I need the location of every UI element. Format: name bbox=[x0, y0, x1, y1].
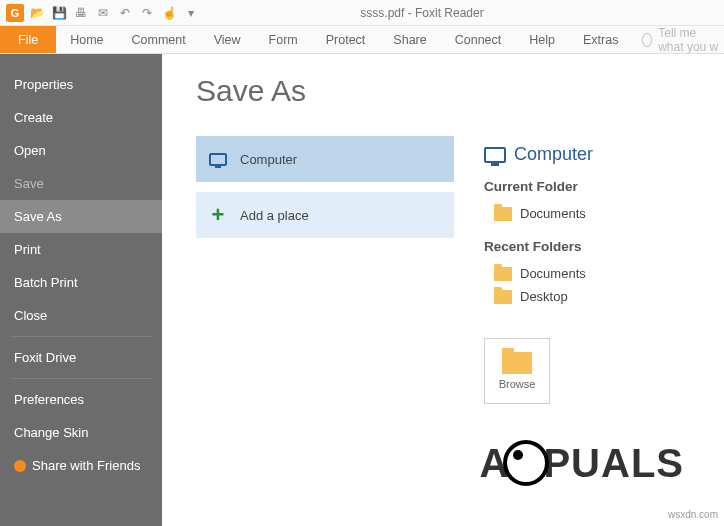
places-column: Save As Computer + Add a place bbox=[196, 74, 454, 526]
plus-icon: + bbox=[206, 205, 230, 225]
recent-folders-heading: Recent Folders bbox=[484, 239, 694, 254]
backstage-body: Properties Create Open Save Save As Prin… bbox=[0, 54, 724, 526]
folder-icon bbox=[494, 290, 512, 304]
save-as-panel: Save As Computer + Add a place Computer … bbox=[162, 54, 724, 526]
location-title-text: Computer bbox=[514, 144, 593, 165]
tab-home[interactable]: Home bbox=[56, 26, 117, 53]
sidebar-item-save: Save bbox=[0, 167, 162, 200]
file-sidebar: Properties Create Open Save Save As Prin… bbox=[0, 54, 162, 526]
tab-form[interactable]: Form bbox=[255, 26, 312, 53]
place-label: Add a place bbox=[240, 208, 309, 223]
tab-comment[interactable]: Comment bbox=[118, 26, 200, 53]
folder-item-desktop[interactable]: Desktop bbox=[484, 285, 694, 308]
browse-label: Browse bbox=[499, 378, 536, 390]
sidebar-item-label: Close bbox=[14, 308, 47, 323]
title-bar: G 📂 💾 🖶 ✉ ↶ ↷ ☝ ▾ ssss.pdf - Foxit Reade… bbox=[0, 0, 724, 26]
sidebar-item-batch-print[interactable]: Batch Print bbox=[0, 266, 162, 299]
place-label: Computer bbox=[240, 152, 297, 167]
sidebar-separator bbox=[10, 336, 152, 337]
app-icon[interactable]: G bbox=[6, 4, 24, 22]
folder-open-icon bbox=[502, 352, 532, 374]
tab-view[interactable]: View bbox=[200, 26, 255, 53]
location-title: Computer bbox=[484, 144, 694, 165]
attribution-text: wsxdn.com bbox=[668, 509, 718, 520]
location-column: Computer Current Folder Documents Recent… bbox=[454, 74, 694, 526]
redo-icon[interactable]: ↷ bbox=[138, 4, 156, 22]
sidebar-item-label: Create bbox=[14, 110, 53, 125]
sidebar-item-label: Batch Print bbox=[14, 275, 78, 290]
tab-help[interactable]: Help bbox=[515, 26, 569, 53]
browse-button[interactable]: Browse bbox=[484, 338, 550, 404]
undo-icon[interactable]: ↶ bbox=[116, 4, 134, 22]
page-title: Save As bbox=[196, 74, 454, 108]
folder-icon bbox=[494, 267, 512, 281]
save-icon[interactable]: 💾 bbox=[50, 4, 68, 22]
mail-icon[interactable]: ✉ bbox=[94, 4, 112, 22]
tab-protect[interactable]: Protect bbox=[312, 26, 380, 53]
sidebar-item-change-skin[interactable]: Change Skin bbox=[0, 416, 162, 449]
touch-icon[interactable]: ☝ bbox=[160, 4, 178, 22]
sidebar-item-label: Share with Friends bbox=[32, 458, 140, 473]
folder-item-documents[interactable]: Documents bbox=[484, 202, 694, 225]
sidebar-item-properties[interactable]: Properties bbox=[0, 68, 162, 101]
sidebar-item-print[interactable]: Print bbox=[0, 233, 162, 266]
share-friends-icon bbox=[14, 460, 26, 472]
tell-me-search[interactable]: Tell me what you w bbox=[632, 26, 724, 53]
sidebar-item-foxit-drive[interactable]: Foxit Drive bbox=[0, 341, 162, 374]
sidebar-item-close[interactable]: Close bbox=[0, 299, 162, 332]
sidebar-separator bbox=[10, 378, 152, 379]
sidebar-item-preferences[interactable]: Preferences bbox=[0, 383, 162, 416]
print-icon[interactable]: 🖶 bbox=[72, 4, 90, 22]
lightbulb-icon bbox=[642, 33, 652, 47]
tab-share[interactable]: Share bbox=[379, 26, 440, 53]
monitor-icon bbox=[484, 147, 506, 163]
sidebar-item-label: Print bbox=[14, 242, 41, 257]
sidebar-item-label: Save bbox=[14, 176, 44, 191]
sidebar-item-label: Change Skin bbox=[14, 425, 88, 440]
folder-label: Documents bbox=[520, 266, 586, 281]
folder-item-documents-recent[interactable]: Documents bbox=[484, 262, 694, 285]
sidebar-item-label: Open bbox=[14, 143, 46, 158]
folder-label: Documents bbox=[520, 206, 586, 221]
current-folder-heading: Current Folder bbox=[484, 179, 694, 194]
sidebar-item-label: Properties bbox=[14, 77, 73, 92]
qat-dropdown-icon[interactable]: ▾ bbox=[182, 4, 200, 22]
sidebar-item-label: Save As bbox=[14, 209, 62, 224]
monitor-icon bbox=[206, 149, 230, 169]
sidebar-item-save-as[interactable]: Save As bbox=[0, 200, 162, 233]
folder-label: Desktop bbox=[520, 289, 568, 304]
ribbon-tabs: File Home Comment View Form Protect Shar… bbox=[0, 26, 724, 54]
place-add[interactable]: + Add a place bbox=[196, 192, 454, 238]
tab-extras[interactable]: Extras bbox=[569, 26, 632, 53]
sidebar-item-label: Preferences bbox=[14, 392, 84, 407]
open-icon[interactable]: 📂 bbox=[28, 4, 46, 22]
sidebar-item-share-friends[interactable]: Share with Friends bbox=[0, 449, 162, 482]
sidebar-item-create[interactable]: Create bbox=[0, 101, 162, 134]
sidebar-item-open[interactable]: Open bbox=[0, 134, 162, 167]
tab-file[interactable]: File bbox=[0, 26, 56, 53]
tab-connect[interactable]: Connect bbox=[441, 26, 516, 53]
place-computer[interactable]: Computer bbox=[196, 136, 454, 182]
folder-icon bbox=[494, 207, 512, 221]
tell-me-placeholder: Tell me what you w bbox=[658, 26, 724, 54]
quick-access-toolbar: G 📂 💾 🖶 ✉ ↶ ↷ ☝ ▾ bbox=[0, 4, 200, 22]
sidebar-item-label: Foxit Drive bbox=[14, 350, 76, 365]
window-title: ssss.pdf - Foxit Reader bbox=[200, 6, 724, 20]
